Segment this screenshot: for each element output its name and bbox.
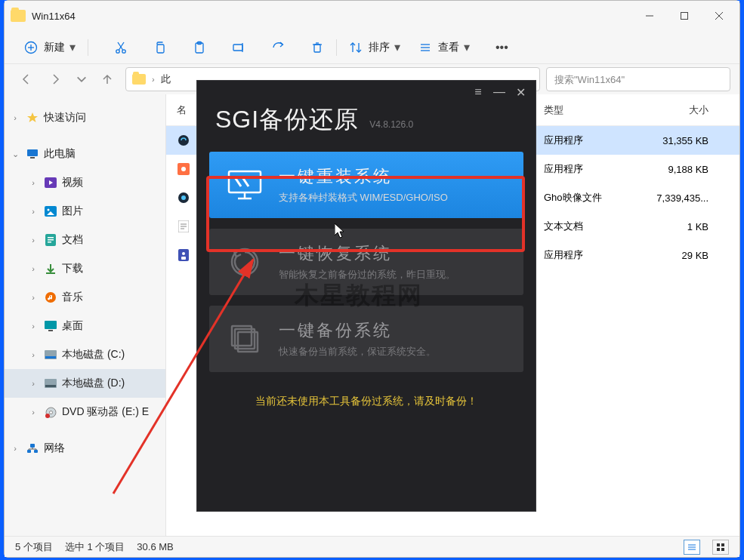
svg-rect-67 — [721, 548, 724, 551]
sidebar-item-this-pc[interactable]: ⌄ 此电脑 — [5, 140, 165, 168]
dialog-minimize-button[interactable]: — — [489, 82, 510, 103]
svg-rect-37 — [45, 321, 57, 329]
copy-button[interactable] — [144, 35, 176, 60]
new-button[interactable]: 新建 ▾ — [15, 35, 85, 60]
close-button[interactable] — [702, 1, 736, 31]
file-size: 1 KB — [642, 221, 725, 232]
file-type: 应用程序 — [544, 248, 642, 262]
sidebar-item-desktop[interactable]: ›桌面 — [5, 312, 165, 340]
view-icons-button[interactable] — [712, 540, 729, 555]
disk-icon — [42, 348, 59, 362]
sidebar-item-dvd[interactable]: ›DVD 驱动器 (E:) E — [5, 398, 165, 426]
file-icon — [177, 220, 190, 233]
svg-rect-42 — [45, 385, 56, 387]
dialog-card-2[interactable]: 一键备份系统快速备份当前系统，保证系统安全。 — [209, 306, 523, 372]
video-icon — [42, 176, 59, 189]
forward-button[interactable] — [44, 67, 68, 91]
file-icon — [177, 191, 190, 205]
svg-marker-24 — [27, 112, 38, 122]
dialog-card-1[interactable]: 一键恢复系统智能恢复之前备份过的系统，昨日重现。 — [209, 229, 523, 295]
dialog-close-button[interactable]: ✕ — [510, 82, 531, 103]
chevron-down-icon: ⌄ — [9, 149, 21, 159]
sidebar-label: 快速访问 — [44, 111, 86, 125]
file-type: 文本文档 — [544, 220, 642, 233]
status-bar: 5 个项目 选中 1 个项目 30.6 MB — [5, 536, 739, 557]
file-type: Gho映像文件 — [544, 191, 642, 205]
svg-point-59 — [182, 252, 185, 255]
svg-point-30 — [48, 209, 50, 211]
svg-line-71 — [235, 177, 241, 186]
delete-button[interactable] — [301, 35, 333, 60]
dialog-title: SGI备份还原 V4.8.126.0 — [197, 103, 536, 137]
svg-rect-26 — [30, 157, 35, 158]
card-subtitle: 支持各种封装格式 WIM/ESD/GHO/ISO — [279, 191, 448, 205]
sidebar-label: 此电脑 — [44, 147, 76, 161]
status-size: 30.6 MB — [137, 541, 173, 552]
status-count: 5 个项目 — [15, 540, 53, 554]
dialog-title-text: SGI备份还原 — [215, 103, 359, 137]
svg-point-44 — [49, 411, 52, 414]
svg-rect-35 — [48, 242, 51, 243]
chevron-right-icon: › — [9, 113, 21, 122]
file-size: 31,355 KB — [642, 135, 725, 146]
cut-button[interactable] — [105, 35, 137, 60]
dialog-card-0[interactable]: 一键重装系统支持各种封装格式 WIM/ESD/GHO/ISO — [209, 152, 523, 218]
col-type[interactable]: 类型 — [544, 103, 642, 117]
svg-rect-11 — [157, 45, 164, 53]
restore-icon — [224, 245, 265, 279]
recent-button[interactable] — [74, 67, 89, 91]
up-button[interactable] — [95, 67, 119, 91]
sidebar-label: 视频 — [62, 176, 83, 189]
music-icon — [42, 291, 59, 304]
sidebar-item-network[interactable]: ›网络 — [5, 434, 165, 463]
sidebar-label: DVD 驱动器 (E:) E — [62, 405, 149, 419]
sidebar-label: 文档 — [62, 233, 83, 247]
svg-point-8 — [122, 49, 125, 52]
dvd-icon — [42, 405, 59, 419]
file-icon — [177, 248, 190, 262]
view-button[interactable]: 查看 ▾ — [409, 35, 479, 60]
svg-rect-47 — [27, 450, 31, 453]
status-selected: 选中 1 个项目 — [65, 540, 125, 554]
sidebar-item-disk-d[interactable]: ›本地磁盘 (D:) — [5, 369, 165, 398]
search-input[interactable] — [546, 67, 730, 91]
file-type: 应用程序 — [544, 162, 642, 176]
chevron-down-icon: ▾ — [394, 40, 400, 54]
window-title: Win11x64 — [32, 11, 632, 22]
view-details-button[interactable] — [684, 540, 700, 555]
card-title: 一键重装系统 — [279, 165, 448, 188]
sidebar-item-pictures[interactable]: ›图片 — [5, 197, 165, 226]
svg-rect-33 — [48, 237, 54, 238]
dialog-menu-button[interactable]: ≡ — [468, 82, 489, 103]
sidebar-item-documents[interactable]: ›文档 — [5, 226, 165, 254]
cursor-icon — [335, 223, 347, 240]
sort-button[interactable]: 排序 ▾ — [340, 35, 409, 60]
monitor-icon — [224, 168, 265, 202]
more-button[interactable]: ••• — [486, 35, 517, 60]
chevron-right-icon: › — [152, 75, 155, 84]
sidebar-item-disk-c[interactable]: ›本地磁盘 (C:) — [5, 340, 165, 369]
sidebar-item-music[interactable]: ›音乐 — [5, 283, 165, 312]
picture-icon — [42, 205, 59, 218]
file-type: 应用程序 — [544, 134, 642, 147]
svg-marker-79 — [335, 223, 344, 238]
breadcrumb-item[interactable]: 此 — [161, 72, 171, 86]
sidebar-item-videos[interactable]: ›视频 — [5, 168, 165, 197]
svg-rect-48 — [34, 450, 38, 453]
chevron-down-icon: ▾ — [464, 40, 470, 54]
maximize-button[interactable] — [667, 1, 702, 31]
card-subtitle: 智能恢复之前备份过的系统，昨日重现。 — [279, 268, 455, 282]
share-button[interactable] — [262, 35, 294, 60]
back-button[interactable] — [14, 67, 38, 91]
paste-button[interactable] — [184, 35, 215, 60]
minimize-button[interactable] — [632, 1, 667, 31]
dialog-hint: 当前还未使用本工具备份过系统，请及时备份！ — [197, 395, 536, 408]
svg-rect-46 — [30, 444, 35, 448]
rename-button[interactable] — [223, 35, 255, 60]
star-icon — [24, 111, 41, 125]
file-size: 29 KB — [642, 250, 725, 261]
sidebar-item-downloads[interactable]: ›下载 — [5, 254, 165, 283]
svg-rect-16 — [314, 45, 320, 52]
col-size[interactable]: 大小 — [642, 103, 725, 117]
sidebar-item-quick-access[interactable]: › 快速访问 — [5, 103, 165, 132]
